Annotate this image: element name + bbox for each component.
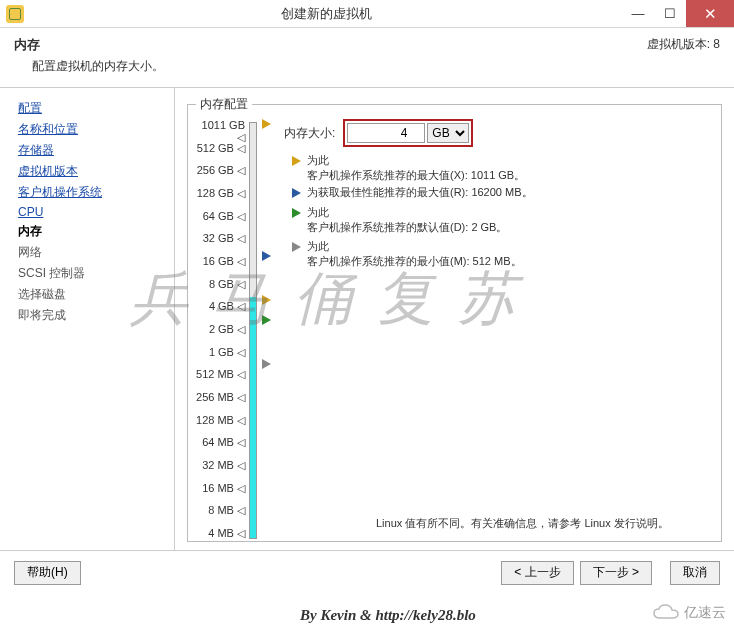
triangle-grey-icon: [292, 242, 301, 252]
back-button[interactable]: < 上一步: [501, 561, 573, 585]
vm-version-label: 虚拟机版本: 8: [647, 36, 720, 75]
sidebar-item: 网络: [18, 242, 170, 263]
header-area: 内存 配置虚拟机的内存大小。 虚拟机版本: 8: [0, 28, 734, 88]
marker-default-icon: [262, 315, 271, 325]
memory-config-legend: 内存配置: [196, 96, 252, 113]
triangle-yellow-icon: [292, 156, 301, 166]
window-title: 创建新的虚拟机: [30, 5, 622, 23]
marker-min-icon: [262, 359, 271, 369]
linux-note: Linux 值有所不同。有关准确信息，请参考 Linux 发行说明。: [376, 516, 669, 531]
ruler-tick: 256 GB ◁: [197, 164, 245, 177]
close-button[interactable]: ✕: [686, 0, 734, 27]
memory-size-input[interactable]: [347, 123, 425, 143]
memory-ruler[interactable]: [248, 119, 258, 539]
sidebar-item[interactable]: 客户机操作系统: [18, 182, 170, 203]
ruler-tick: 8 MB ◁: [208, 504, 245, 517]
ruler-tick: 32 GB ◁: [203, 232, 245, 245]
memory-size-control: GB: [343, 119, 473, 147]
ruler-tick: 1011 GB ◁: [196, 119, 245, 144]
content-area: 内存配置 1011 GB ◁512 GB ◁256 GB ◁128 GB ◁64…: [175, 88, 734, 550]
ruler-tick: 4 MB ◁: [208, 527, 245, 540]
memory-unit-select[interactable]: GB: [427, 123, 469, 143]
ruler-tick: 8 GB ◁: [209, 278, 245, 291]
help-button[interactable]: 帮助(H): [14, 561, 81, 585]
sidebar-item[interactable]: 虚拟机版本: [18, 161, 170, 182]
next-button[interactable]: 下一步 >: [580, 561, 652, 585]
ruler-tick: 128 GB ◁: [197, 187, 245, 200]
note-max: 为此 客户机操作系统推荐的最大值(X): 1011 GB。: [292, 153, 525, 183]
ruler-tick: 16 MB ◁: [202, 482, 245, 495]
memory-ruler-labels: 1011 GB ◁512 GB ◁256 GB ◁128 GB ◁64 GB ◁…: [196, 119, 248, 539]
triangle-green-icon: [292, 208, 301, 218]
page-subtitle: 配置虚拟机的内存大小。: [32, 58, 647, 75]
wizard-sidebar: 配置名称和位置存储器虚拟机版本客户机操作系统CPU内存网络SCSI 控制器选择磁…: [0, 88, 175, 550]
sidebar-item: SCSI 控制器: [18, 263, 170, 284]
cancel-button[interactable]: 取消: [670, 561, 720, 585]
ruler-tick: 64 MB ◁: [202, 436, 245, 449]
sidebar-item[interactable]: 名称和位置: [18, 119, 170, 140]
page-title: 内存: [14, 36, 647, 54]
marker-current-icon: [262, 295, 271, 305]
sidebar-item[interactable]: 内存: [18, 221, 170, 242]
ruler-tick: 32 MB ◁: [202, 459, 245, 472]
note-perf: 为获取最佳性能推荐的最大值(R): 16200 MB。: [292, 185, 533, 200]
ruler-tick: 512 GB ◁: [197, 142, 245, 155]
ruler-tick: 512 MB ◁: [196, 368, 245, 381]
ruler-tick: 2 GB ◁: [209, 323, 245, 336]
marker-max-icon: [262, 119, 271, 129]
ruler-tick: 1 GB ◁: [209, 346, 245, 359]
marker-perf-icon: [262, 251, 271, 261]
note-min: 为此 客户机操作系统推荐的最小值(M): 512 MB。: [292, 239, 522, 269]
memory-size-label: 内存大小:: [284, 125, 335, 142]
sidebar-item[interactable]: CPU: [18, 203, 170, 221]
sidebar-item: 即将完成: [18, 305, 170, 326]
note-default: 为此 客户机操作系统推荐的默认值(D): 2 GB。: [292, 205, 507, 235]
memory-config-group: 内存配置 1011 GB ◁512 GB ◁256 GB ◁128 GB ◁64…: [187, 96, 722, 542]
triangle-blue-icon: [292, 188, 301, 198]
cloud-logo: 亿速云: [652, 604, 726, 622]
titlebar: 创建新的虚拟机 — ☐ ✕: [0, 0, 734, 28]
window-buttons: — ☐ ✕: [622, 0, 734, 27]
app-icon: [6, 5, 24, 23]
memory-markers: [262, 119, 276, 539]
footer: 帮助(H) < 上一步 下一步 > 取消: [0, 550, 734, 594]
credit-text: By Kevin & http://kely28.blo: [300, 607, 476, 624]
ruler-tick: 16 GB ◁: [203, 255, 245, 268]
sidebar-item: 选择磁盘: [18, 284, 170, 305]
ruler-tick: 256 MB ◁: [196, 391, 245, 404]
sidebar-item[interactable]: 存储器: [18, 140, 170, 161]
main-area: 配置名称和位置存储器虚拟机版本客户机操作系统CPU内存网络SCSI 控制器选择磁…: [0, 88, 734, 550]
ruler-tick: 4 GB ◁: [209, 300, 245, 313]
sidebar-item[interactable]: 配置: [18, 98, 170, 119]
ruler-tick: 64 GB ◁: [203, 210, 245, 223]
ruler-tick: 128 MB ◁: [196, 414, 245, 427]
minimize-button[interactable]: —: [622, 0, 654, 27]
maximize-button[interactable]: ☐: [654, 0, 686, 27]
